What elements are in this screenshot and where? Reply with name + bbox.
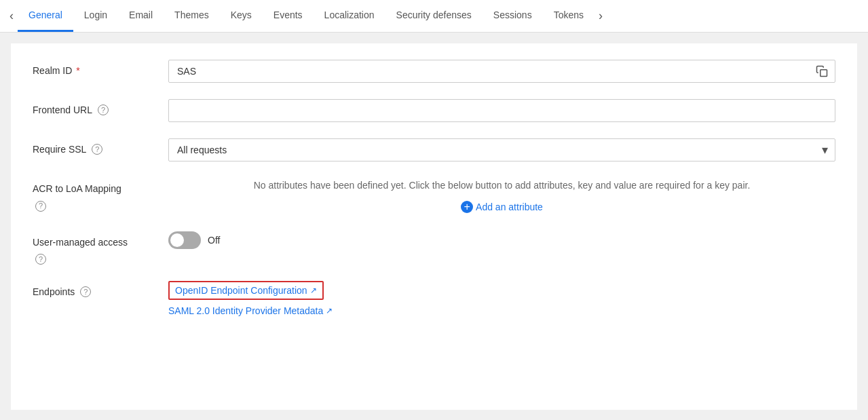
tab-next-button[interactable]: › bbox=[595, 0, 607, 32]
user-managed-toggle[interactable] bbox=[168, 231, 201, 249]
user-managed-access-row: User-managed access ? Off bbox=[33, 231, 835, 265]
realm-id-input-wrapper bbox=[168, 60, 835, 83]
copy-icon bbox=[816, 65, 828, 77]
endpoints-row: Endpoints ? OpenID Endpoint Configuratio… bbox=[33, 281, 835, 322]
tab-events[interactable]: Events bbox=[263, 0, 314, 32]
endpoints-help-icon[interactable]: ? bbox=[80, 286, 91, 297]
toggle-off-label: Off bbox=[208, 235, 220, 246]
tabs-bar: ‹ General Login Email Themes Keys Events… bbox=[0, 0, 868, 33]
acr-mapping-row: ACR to LoA Mapping ? No attributes have … bbox=[33, 178, 835, 215]
external-link-icon-saml: ↗ bbox=[326, 306, 333, 316]
toggle-slider bbox=[168, 231, 201, 249]
copy-realm-id-button[interactable] bbox=[809, 61, 835, 81]
endpoints-label: Endpoints ? bbox=[33, 281, 168, 297]
main-content: Realm ID * Frontend URL ? bbox=[11, 43, 857, 410]
tab-login[interactable]: Login bbox=[73, 0, 118, 32]
realm-id-control bbox=[168, 60, 835, 83]
required-asterisk: * bbox=[76, 65, 79, 76]
require-ssl-row: Require SSL ? None External requests All… bbox=[33, 138, 835, 161]
tab-keys[interactable]: Keys bbox=[220, 0, 263, 32]
toggle-wrapper: Off bbox=[168, 231, 835, 249]
frontend-url-control bbox=[168, 99, 835, 122]
acr-mapping-control: No attributes have been defined yet. Cli… bbox=[168, 178, 835, 215]
frontend-url-input[interactable] bbox=[169, 100, 835, 121]
user-managed-access-control: Off bbox=[168, 231, 835, 249]
tab-tokens[interactable]: Tokens bbox=[543, 0, 595, 32]
saml-metadata-link[interactable]: SAML 2.0 Identity Provider Metadata ↗ bbox=[168, 305, 333, 316]
endpoints-control: OpenID Endpoint Configuration ↗ SAML 2.0… bbox=[168, 281, 835, 322]
frontend-url-input-wrapper bbox=[168, 99, 835, 122]
frontend-url-help-icon[interactable]: ? bbox=[98, 104, 109, 115]
tab-general[interactable]: General bbox=[18, 0, 73, 32]
user-managed-access-label: User-managed access ? bbox=[33, 231, 168, 265]
tab-themes[interactable]: Themes bbox=[164, 0, 220, 32]
tab-security-defenses[interactable]: Security defenses bbox=[385, 0, 483, 32]
realm-id-label: Realm ID * bbox=[33, 60, 168, 76]
require-ssl-select-wrapper: None External requests All requests ▾ bbox=[168, 138, 835, 161]
user-managed-access-help-icon[interactable]: ? bbox=[35, 254, 46, 265]
add-attribute-button[interactable]: + Add an attribute bbox=[461, 201, 543, 213]
external-link-icon-openid: ↗ bbox=[310, 286, 317, 295]
plus-circle-icon: + bbox=[461, 201, 473, 213]
require-ssl-label: Require SSL ? bbox=[33, 138, 168, 155]
tab-prev-button[interactable]: ‹ bbox=[5, 0, 18, 32]
openid-endpoint-link[interactable]: OpenID Endpoint Configuration ↗ bbox=[168, 281, 324, 300]
acr-mapping-help-icon[interactable]: ? bbox=[35, 201, 46, 212]
tab-sessions[interactable]: Sessions bbox=[483, 0, 543, 32]
realm-id-input[interactable] bbox=[169, 60, 809, 82]
tab-localization[interactable]: Localization bbox=[314, 0, 385, 32]
frontend-url-label: Frontend URL ? bbox=[33, 99, 168, 115]
svg-rect-0 bbox=[820, 70, 827, 77]
acr-mapping-label: ACR to LoA Mapping ? bbox=[33, 178, 168, 212]
require-ssl-help-icon[interactable]: ? bbox=[92, 144, 102, 155]
require-ssl-control: None External requests All requests ▾ bbox=[168, 138, 835, 161]
frontend-url-row: Frontend URL ? bbox=[33, 99, 835, 122]
tab-email[interactable]: Email bbox=[118, 0, 164, 32]
require-ssl-select[interactable]: None External requests All requests bbox=[169, 139, 835, 161]
acr-empty-text: No attributes have been defined yet. Cli… bbox=[168, 178, 835, 193]
realm-id-row: Realm ID * bbox=[33, 60, 835, 83]
